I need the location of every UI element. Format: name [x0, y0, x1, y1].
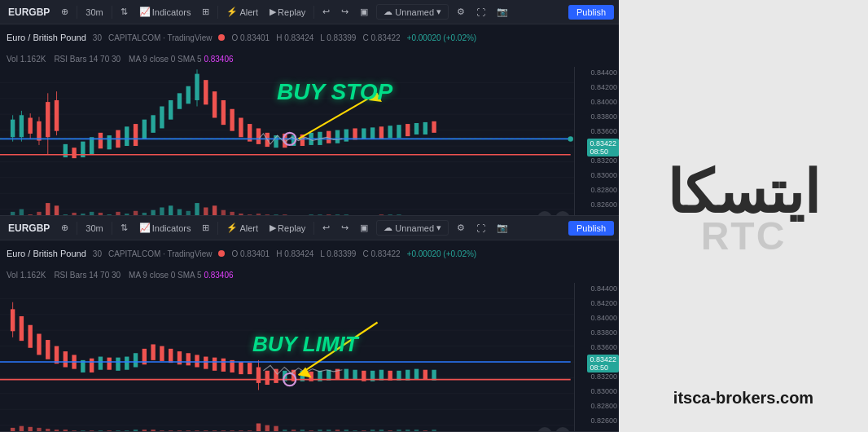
top-add-symbol[interactable]: ⊕: [58, 5, 72, 19]
bottom-redo[interactable]: ↪: [338, 221, 352, 235]
svg-rect-173: [353, 370, 357, 380]
svg-rect-36: [186, 86, 191, 104]
bottom-layout[interactable]: ▣: [357, 221, 371, 235]
svg-rect-149: [151, 344, 155, 359]
top-unnamed-btn[interactable]: ☁ Unnamed ▾: [376, 4, 449, 20]
bottom-alert[interactable]: ⚡ Alert: [223, 221, 261, 235]
bottom-symbol[interactable]: EURGBP: [5, 221, 53, 236]
svg-rect-83: [160, 207, 164, 216]
svg-rect-218: [274, 426, 278, 432]
svg-rect-40: [213, 91, 217, 117]
bottom-chart-svg: [0, 283, 619, 432]
bottom-publish-btn[interactable]: Publish: [568, 221, 614, 236]
svg-rect-64: [423, 122, 427, 134]
bottom-magnet-icon[interactable]: ⊙: [537, 427, 552, 432]
svg-rect-145: [116, 358, 120, 371]
top-redo[interactable]: ↪: [338, 5, 352, 19]
price-label-4: 0.83800: [590, 112, 617, 121]
svg-rect-160: [248, 363, 252, 374]
svg-rect-87: [195, 203, 199, 216]
top-fullscreen[interactable]: ⛶: [473, 6, 489, 19]
top-layout[interactable]: ▣: [357, 5, 371, 19]
charts-panel: EURGBP ⊕ 30m ⇅ 📈 Indicators ⊞ ⚡ Alert ▶ …: [0, 0, 619, 432]
svg-rect-90: [221, 210, 226, 216]
top-undo[interactable]: ↩: [319, 5, 333, 19]
price-label-3: 0.84000: [590, 98, 617, 106]
svg-rect-45: [256, 128, 261, 143]
top-replay[interactable]: ▶ Replay: [266, 5, 309, 19]
svg-rect-137: [46, 340, 50, 359]
bottom-cloud-icon: ☁: [384, 223, 392, 233]
price-label-1: 0.84400: [590, 68, 617, 77]
top-timeframe[interactable]: 30m: [82, 6, 106, 19]
price-label-7: 0.83000: [590, 171, 617, 179]
top-change: +0.00020 (+0.02%): [407, 33, 477, 42]
svg-rect-136: [37, 334, 41, 355]
svg-rect-192: [46, 429, 50, 432]
svg-rect-26: [99, 133, 103, 148]
bottom-timeframe[interactable]: 30m: [82, 222, 106, 235]
svg-rect-34: [169, 100, 173, 120]
bottom-templates[interactable]: ⊞: [199, 221, 213, 235]
bottom-fullscreen[interactable]: ⛶: [473, 222, 489, 235]
top-templates[interactable]: ⊞: [199, 5, 213, 19]
bottom-compare[interactable]: ⇅: [117, 221, 131, 235]
svg-rect-33: [160, 107, 164, 129]
b-price-label-1: 0.84400: [590, 284, 617, 293]
top-rsi: RSI Bars 14 70 30: [54, 55, 121, 64]
svg-rect-43: [239, 118, 243, 138]
svg-rect-25: [90, 137, 94, 155]
sep2: [112, 6, 112, 19]
brand-watermark-text: RTC: [701, 214, 787, 258]
svg-rect-41: [221, 100, 226, 125]
bottom-unnamed-btn[interactable]: ☁ Unnamed ▾: [376, 220, 449, 236]
svg-rect-58: [370, 127, 375, 139]
svg-rect-182: [432, 370, 436, 381]
svg-rect-138: [55, 346, 59, 364]
bottom-indicators[interactable]: 📈 Indicators: [136, 221, 195, 235]
svg-rect-88: [204, 207, 208, 216]
top-settings[interactable]: ⚙: [454, 5, 468, 19]
top-symbol[interactable]: EURGBP: [5, 5, 53, 20]
svg-rect-82: [151, 210, 155, 216]
bottom-chart-controls: ⊙ 🔒: [537, 427, 570, 432]
top-publish-btn[interactable]: Publish: [568, 5, 614, 20]
bottom-add-symbol[interactable]: ⊕: [58, 221, 72, 235]
top-tf-label: 30: [93, 33, 102, 42]
svg-rect-65: [432, 121, 436, 133]
bottom-snapshot[interactable]: 📷: [493, 221, 511, 235]
svg-rect-59: [379, 126, 384, 139]
top-alert[interactable]: ⚡ Alert: [223, 5, 261, 19]
bottom-price-axis: 0.84400 0.84200 0.84000 0.83800 0.83600 …: [574, 283, 619, 432]
top-compare[interactable]: ⇅: [117, 5, 131, 19]
svg-rect-31: [142, 120, 147, 139]
svg-rect-62: [406, 124, 410, 136]
price-label-9: 0.82600: [590, 201, 617, 209]
top-indicators[interactable]: 📈 Indicators: [136, 5, 195, 19]
svg-rect-22: [64, 144, 68, 157]
bottom-rsi: RSI Bars 14 70 30: [54, 271, 121, 280]
bottom-info-bar: Euro / British Pound 30 CAPITALCOM · Tra…: [0, 240, 619, 267]
bottom-replay[interactable]: ▶ Replay: [266, 221, 309, 235]
bottom-lock-icon[interactable]: 🔒: [555, 427, 570, 432]
b-price-label-3: 0.84000: [590, 314, 617, 322]
top-pair-label: Euro / British Pound: [7, 33, 86, 42]
b-price-label-5: 0.83600: [590, 343, 617, 351]
bottom-settings[interactable]: ⚙: [454, 221, 468, 235]
svg-rect-180: [414, 369, 419, 380]
top-indicators-row: Vol 1.162K RSI Bars 14 70 30 MA 9 close …: [0, 51, 619, 67]
svg-rect-217: [265, 425, 270, 432]
svg-rect-163: [265, 371, 270, 385]
svg-rect-142: [90, 359, 94, 372]
svg-rect-56: [353, 128, 357, 139]
svg-rect-176: [379, 370, 384, 381]
svg-rect-216: [256, 423, 261, 432]
top-price-axis: 0.84400 0.84200 0.84000 0.83800 0.83600 …: [574, 67, 619, 216]
price-label-5: 0.83600: [590, 127, 617, 135]
top-snapshot[interactable]: 📷: [493, 5, 511, 19]
top-chart-canvas: BUY STOP 0.84400 0.84200 0.84000 0.83800…: [0, 67, 619, 216]
bottom-undo[interactable]: ↩: [319, 221, 333, 235]
svg-rect-191: [37, 428, 41, 432]
price-label-6: 0.83200: [590, 156, 617, 165]
top-chart-container: EURGBP ⊕ 30m ⇅ 📈 Indicators ⊞ ⚡ Alert ▶ …: [0, 0, 619, 216]
